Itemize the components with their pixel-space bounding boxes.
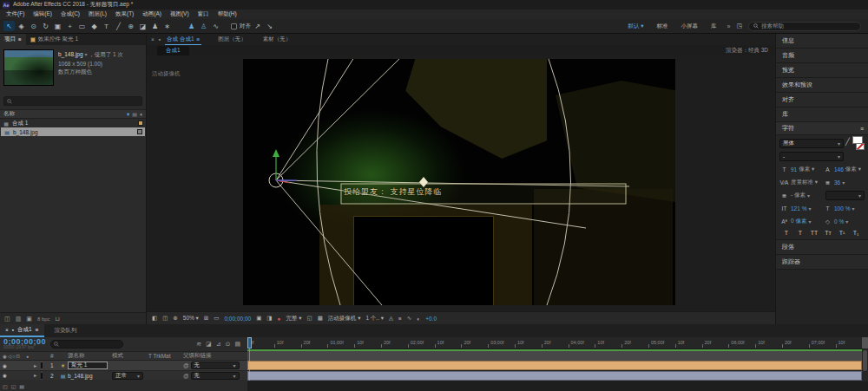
kerning-select[interactable]: 度量标准 ▾ [791, 179, 821, 186]
pick-whip-icon[interactable]: @ [183, 373, 189, 379]
stroke-width-select[interactable]: 36 ▾ [834, 179, 865, 186]
menu-help[interactable]: 帮助(H) [214, 10, 241, 18]
hand-tool[interactable]: ◈ [16, 21, 27, 31]
subscript-button[interactable]: T₁ [851, 230, 861, 236]
tab-footage-viewer[interactable]: 素材（无） [263, 36, 292, 43]
project-search-input[interactable] [3, 96, 142, 106]
close-icon[interactable]: × [5, 327, 9, 333]
layer-1-duration-bar[interactable] [247, 361, 862, 370]
parent-select[interactable]: 无 ▾ [191, 362, 240, 369]
draft-3d-icon[interactable]: ◪ [206, 341, 212, 348]
chevron-down-icon[interactable]: ▾ [84, 52, 87, 57]
ruler-tick[interactable]: 03;00f [488, 337, 515, 349]
exposure-icon[interactable]: ◐ [417, 316, 420, 322]
mode-header[interactable]: 模式 [112, 352, 148, 360]
align-panel-header[interactable]: 对齐 [776, 93, 868, 108]
paragraph-panel-header[interactable]: 段落 [776, 240, 868, 255]
snap-toggle[interactable]: 对齐 [231, 23, 251, 30]
tab-layer-viewer[interactable]: 图层（无） [218, 36, 247, 43]
menu-effect[interactable]: 效果(T) [111, 10, 138, 18]
type-tool[interactable]: T [101, 21, 112, 31]
renderer-label[interactable]: 渲染器：经典 3D [726, 47, 768, 55]
unified-camera-tool[interactable]: ▣ [52, 21, 63, 31]
stroke-over-fill-select[interactable]: ▾ [825, 191, 865, 200]
new-folder-icon[interactable]: ▥ [16, 316, 22, 323]
snap-checkbox[interactable] [231, 23, 237, 29]
region-of-interest-icon[interactable]: ◱ [307, 315, 312, 322]
trkmat-header[interactable]: T TrkMat [148, 353, 183, 359]
comp-mini-flowchart-icon[interactable]: ≋ [196, 341, 201, 348]
baseline-shift-select[interactable]: 0 像素 ▾ [791, 218, 821, 225]
ruler-tick[interactable]: 01;00f [327, 337, 354, 349]
name-column-header[interactable]: 名称 [3, 110, 15, 118]
workspace-small-screen[interactable]: 小屏幕 [674, 23, 704, 30]
panel-menu-icon[interactable]: ≡ [197, 36, 201, 42]
composition-image[interactable]: 投给盟友： 支持星位降临 [243, 59, 675, 305]
character-panel-header[interactable]: 字符 ≡ [776, 122, 868, 135]
roto-brush-tool[interactable]: ♟ [149, 21, 161, 31]
menu-file[interactable]: 文件(F) [2, 10, 29, 18]
ruler-tick[interactable]: 10f [274, 337, 301, 349]
layer-row-2[interactable]: ◉ ► 2 ▤ b_148.jpg 正常 ▾ @ 无 ▾ [0, 370, 247, 380]
expand-layer-switches-icon[interactable]: ◰ [3, 383, 8, 389]
zoom-tool[interactable]: ⊙ [28, 21, 39, 31]
parent-link-header[interactable]: 父级和链接 [183, 352, 247, 360]
ruler-tick[interactable]: 20f [782, 337, 809, 349]
resolution-select[interactable]: 完整 ▾ [286, 315, 301, 323]
stroke-unit-select[interactable]: - 像素 ▾ [791, 192, 824, 199]
layer-name-edit[interactable]: 聚光 1 [68, 362, 108, 369]
mask-visibility-icon[interactable]: ▭ [214, 315, 219, 322]
puppet-pin-tool[interactable]: ∗ [161, 21, 173, 31]
vertical-scrollbar[interactable] [862, 349, 868, 381]
eye-icon[interactable]: ◉ [0, 373, 26, 378]
ruler-tick[interactable]: 10f [354, 337, 381, 349]
time-navigator-handle[interactable] [862, 337, 868, 349]
project-item-footage[interactable]: ▤ b_148.jpg [1, 127, 145, 136]
ruler-tick[interactable]: 06;00f [728, 337, 755, 349]
preview-panel-header[interactable]: 预览 [776, 63, 868, 78]
project-item-comp[interactable]: ▦ 合成 1 [0, 119, 146, 127]
trash-icon[interactable]: ⊔ [56, 316, 60, 323]
ruler-tick[interactable]: 20f [381, 337, 408, 349]
ruler-tick[interactable]: 10f [755, 337, 782, 349]
superscript-button[interactable]: T¹ [837, 230, 847, 236]
type-column-icon[interactable]: ♦ [140, 112, 142, 117]
layer-name[interactable]: b_148.jpg [68, 373, 112, 379]
eye-icon[interactable]: ◉ [0, 363, 26, 368]
rotation-tool[interactable]: ↻ [40, 21, 51, 31]
ruler-tick[interactable]: 10f [836, 337, 862, 349]
workspace-standard[interactable]: 标准 [650, 23, 674, 30]
effects-presets-panel-header[interactable]: 效果和预设 [776, 78, 868, 93]
menu-layer[interactable]: 图层(L) [84, 10, 111, 18]
people-tool-1[interactable]: ♟ [186, 21, 197, 31]
composition-viewer[interactable]: 活动摄像机 [147, 56, 775, 311]
panel-menu-icon[interactable]: ≡ [860, 126, 864, 132]
blend-mode-select[interactable]: 正常 ▾ [112, 372, 143, 380]
transparency-grid-icon[interactable]: ▦ [318, 315, 323, 322]
grid-guides-icon[interactable]: ⊞ [204, 315, 208, 322]
small-caps-button[interactable]: Tт [823, 230, 833, 236]
frame-blending-icon[interactable]: ⊙ [226, 341, 231, 348]
brush-tool[interactable]: ╱ [113, 21, 124, 31]
panel-menu-icon[interactable]: ≡ [36, 327, 39, 333]
menu-window[interactable]: 窗口 [194, 10, 214, 18]
pan-behind-tool[interactable]: + [64, 21, 76, 31]
vertical-scale-select[interactable]: 121 % ▾ [791, 205, 821, 212]
close-icon[interactable]: × [151, 36, 155, 42]
help-search-input[interactable]: 搜索帮助 [748, 22, 861, 31]
font-style-select[interactable]: - ▾ [779, 152, 844, 161]
current-time-indicator[interactable] [247, 337, 252, 349]
ruler-tick[interactable]: 02;00f [408, 337, 435, 349]
menu-composition[interactable]: 合成(C) [56, 10, 84, 18]
horizontal-scale-select[interactable]: 100 % ▾ [834, 205, 865, 212]
exposure-value[interactable]: +0.0 [425, 316, 437, 322]
sort-caret-icon[interactable]: ▾ [127, 111, 129, 118]
channels-icon[interactable]: ● [278, 316, 281, 322]
workspace-libraries[interactable]: 库 [705, 23, 723, 30]
label-column-icon[interactable]: ▤ [132, 111, 137, 117]
all-caps-button[interactable]: TT [809, 230, 819, 236]
ruler-tick[interactable]: 20f [702, 337, 729, 349]
workspace-overflow-chevron[interactable]: » [723, 23, 733, 29]
label-color-swatch[interactable] [138, 121, 143, 126]
wand-icon[interactable]: ⊕ [173, 315, 177, 322]
